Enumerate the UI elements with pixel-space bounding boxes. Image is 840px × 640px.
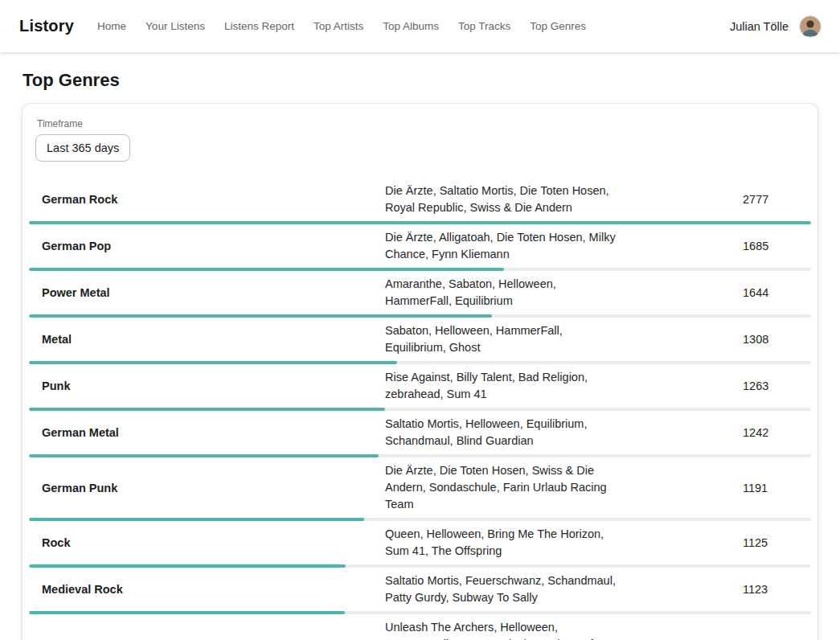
navbar: Listory HomeYour ListensListens ReportTo… [0, 0, 840, 52]
genre-top-artists: Sabaton, Helloween, HammerFall, Equilibr… [372, 318, 637, 361]
genre-row: Medieval RockSaltatio Mortis, Feuerschwa… [29, 568, 811, 614]
genre-row: German PopDie Ärzte, Alligatoah, Die Tot… [29, 224, 811, 271]
genre-row: Melodic MetalUnleash The Archers, Hellow… [29, 614, 811, 640]
genre-row: PunkRise Against, Billy Talent, Bad Reli… [29, 364, 811, 411]
nav-links: HomeYour ListensListens ReportTop Artist… [88, 14, 730, 39]
nav-link-listens-report[interactable]: Listens Report [215, 14, 303, 39]
genre-listen-count: 1308 [743, 333, 811, 346]
nav-link-top-genres[interactable]: Top Genres [521, 14, 595, 39]
genre-top-artists: Queen, Helloween, Bring Me The Horizon, … [372, 521, 637, 564]
genre-listen-count: 1263 [743, 379, 811, 392]
page-title: Top Genres [23, 70, 817, 91]
genre-listen-count: 1125 [743, 536, 811, 549]
genre-row: Power MetalAmaranthe, Sabaton, Helloween… [29, 271, 811, 318]
genre-name: Metal [29, 328, 372, 351]
timeframe-control: Timeframe Last 365 days [29, 118, 811, 162]
genre-top-artists: Die Ärzte, Alligatoah, Die Toten Hosen, … [372, 224, 637, 268]
genre-listen-count: 2777 [743, 193, 811, 206]
genre-top-artists: Die Ärzte, Die Toten Hosen, Swiss & Die … [372, 457, 637, 518]
genre-name: Medieval Rock [29, 578, 372, 601]
top-genres-card: Timeframe Last 365 days German RockDie Ä… [23, 104, 817, 640]
genre-name: Melodic Metal [29, 634, 372, 640]
nav-link-top-tracks[interactable]: Top Tracks [449, 14, 519, 39]
genre-row: RockQueen, Helloween, Bring Me The Horiz… [29, 521, 811, 568]
genre-top-artists: Saltatio Mortis, Helloween, Equilibrium,… [372, 411, 637, 454]
user-menu[interactable]: Julian Tölle [730, 16, 821, 37]
genre-listen-count: 1242 [743, 426, 811, 439]
genre-name: German Punk [29, 477, 372, 499]
genre-top-artists: Amaranthe, Sabaton, Helloween, HammerFal… [372, 271, 637, 314]
genre-listen-count: 1191 [743, 482, 811, 494]
genre-row: MetalSabaton, Helloween, HammerFall, Equ… [29, 318, 811, 364]
genre-top-artists: Rise Against, Billy Talent, Bad Religion… [372, 364, 637, 408]
genre-row: German PunkDie Ärzte, Die Toten Hosen, S… [29, 457, 811, 521]
nav-link-top-artists[interactable]: Top Artists [305, 14, 372, 39]
genre-top-artists: Unleash The Archers, Helloween, HammerFa… [372, 614, 637, 640]
genre-listen-count: 1644 [743, 286, 811, 299]
nav-link-top-albums[interactable]: Top Albums [374, 14, 448, 39]
user-name[interactable]: Julian Tölle [730, 20, 789, 33]
genre-table: German RockDie Ärzte, Saltatio Mortis, D… [29, 178, 811, 640]
genre-row: German RockDie Ärzte, Saltatio Mortis, D… [29, 178, 811, 224]
genre-listen-count: 1123 [743, 583, 811, 596]
genre-top-artists: Saltatio Mortis, Feuerschwanz, Schandmau… [372, 568, 637, 611]
app-logo[interactable]: Listory [19, 17, 74, 35]
timeframe-label: Timeframe [37, 118, 805, 129]
genre-row: German MetalSaltatio Mortis, Helloween, … [29, 411, 811, 457]
genre-listen-count: 1685 [743, 240, 811, 252]
nav-link-your-listens[interactable]: Your Listens [137, 14, 214, 39]
main-content: Top Genres Timeframe Last 365 days Germa… [0, 52, 840, 640]
genre-name: German Pop [29, 235, 372, 257]
nav-link-home[interactable]: Home [88, 14, 135, 39]
genre-top-artists: Die Ärzte, Saltatio Mortis, Die Toten Ho… [372, 178, 637, 221]
avatar-image [800, 16, 821, 37]
genre-name: German Metal [29, 421, 372, 444]
genre-name: German Rock [29, 188, 372, 211]
genre-name: Power Metal [29, 281, 372, 304]
genre-name: Rock [29, 531, 372, 554]
timeframe-select[interactable]: Last 365 days [35, 134, 130, 162]
genre-name: Punk [29, 375, 372, 397]
user-avatar[interactable] [800, 16, 821, 37]
